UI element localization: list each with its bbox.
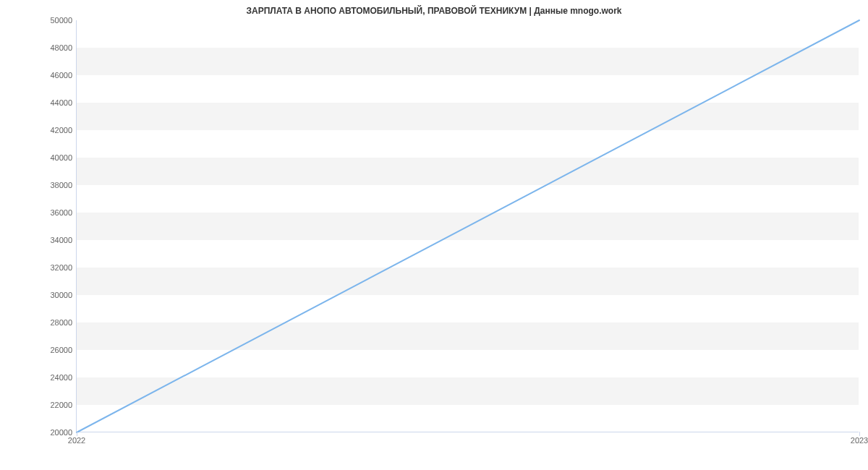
y-tick-label: 32000 [50, 263, 77, 272]
y-tick-label: 36000 [50, 208, 77, 217]
y-tick-label: 22000 [50, 401, 77, 409]
plot-area: 2000022000240002600028000300003200034000… [76, 20, 859, 432]
y-tick-label: 38000 [50, 181, 77, 189]
y-tick-label: 34000 [50, 236, 77, 244]
y-tick-label: 44000 [50, 98, 77, 107]
y-tick-label: 28000 [50, 318, 77, 327]
line-series-layer [77, 20, 859, 432]
y-tick-label: 30000 [50, 291, 77, 299]
chart-title: ЗАРПЛАТА В АНОПО АВТОМОБИЛЬНЫЙ, ПРАВОВОЙ… [0, 6, 868, 16]
y-tick-label: 42000 [50, 126, 77, 134]
y-tick-label: 48000 [50, 43, 77, 52]
y-tick-label: 50000 [50, 16, 77, 25]
x-tick-label: 2023 [851, 432, 868, 445]
chart-container: ЗАРПЛАТА В АНОПО АВТОМОБИЛЬНЫЙ, ПРАВОВОЙ… [0, 0, 868, 470]
y-tick-label: 24000 [50, 373, 77, 382]
y-tick-label: 26000 [50, 346, 77, 354]
line-series [77, 20, 859, 432]
y-tick-label: 46000 [50, 71, 77, 80]
y-tick-label: 40000 [50, 153, 77, 162]
x-tick-label: 2022 [68, 432, 85, 445]
